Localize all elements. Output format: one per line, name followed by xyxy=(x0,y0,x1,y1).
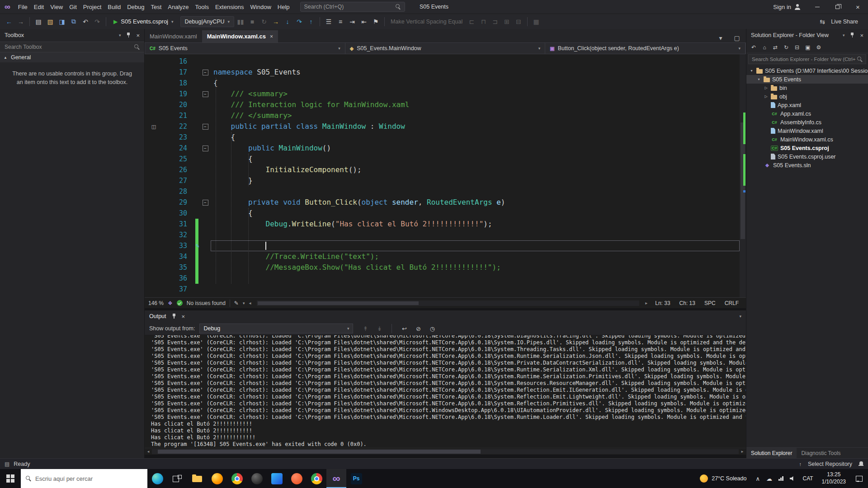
code-line-17[interactable]: 17−namespace S05_Events xyxy=(145,67,740,78)
editor-horizontal-scrollbar[interactable] xyxy=(257,300,639,306)
menu-tools[interactable]: Tools xyxy=(192,2,212,12)
undo-icon[interactable]: ↶ xyxy=(80,16,91,27)
weather-widget[interactable]: 27°C Soleado xyxy=(694,474,752,483)
output-lines[interactable]: 'S05 Events.exe' (CoreCLR: clrhost): Loa… xyxy=(145,335,746,448)
close-icon[interactable]: × xyxy=(182,314,185,319)
code-line-20[interactable]: 20 /// Interaction logic for MainWindow.… xyxy=(145,99,740,110)
fold-collapse-icon[interactable]: − xyxy=(203,200,208,206)
code-line-26[interactable]: 26 InitializeComponent(); xyxy=(145,164,740,175)
menu-test[interactable]: Test xyxy=(147,2,165,12)
language-indicator[interactable]: CAT xyxy=(799,475,817,482)
pin-icon[interactable] xyxy=(172,314,176,319)
back-icon[interactable]: ↶ xyxy=(749,43,758,52)
menu-analyze[interactable]: Analyze xyxy=(165,2,192,12)
visual-studio-icon[interactable]: ∞ xyxy=(326,469,346,488)
menu-project[interactable]: Project xyxy=(80,2,104,12)
indent-icon[interactable]: ⇥ xyxy=(347,16,358,27)
make-horizontal-spacing-equal-icon[interactable]: ⊞ xyxy=(501,16,512,27)
edge-icon[interactable] xyxy=(147,469,167,488)
line-ending-indicator[interactable]: CRLF xyxy=(725,300,739,306)
panel-tab-diagnostic-tools[interactable]: Diagnostic Tools xyxy=(797,448,845,458)
spaces-indicator[interactable]: SPC xyxy=(704,300,716,306)
scroll-left-arrow-icon[interactable]: ◂ xyxy=(145,449,152,454)
quick-search-box[interactable]: Search (Ctrl+Q) xyxy=(300,2,405,12)
column-indicator[interactable]: Ch: 13 xyxy=(679,300,695,306)
minimize-button[interactable] xyxy=(807,0,827,14)
menu-help[interactable]: Help xyxy=(274,2,293,12)
align-rights-icon[interactable]: ⊐ xyxy=(490,16,500,27)
chevron-collapsed-icon[interactable]: ▷ xyxy=(764,94,769,99)
fold-collapse-icon[interactable]: − xyxy=(203,145,208,151)
align-lefts-icon[interactable]: ⊏ xyxy=(466,16,477,27)
scroll-right-arrow-icon[interactable]: ▸ xyxy=(645,300,647,305)
menu-build[interactable]: Build xyxy=(104,2,124,12)
restore-button[interactable] xyxy=(827,0,848,14)
grid-options-icon[interactable]: ▦ xyxy=(531,16,542,27)
menu-file[interactable]: File xyxy=(15,2,31,12)
show-next-statement-icon[interactable]: → xyxy=(270,16,281,27)
code-line-22[interactable]: ◫22− public partial class MainWindow : W… xyxy=(145,121,740,132)
code-line-33[interactable]: 33✎ xyxy=(145,240,740,251)
issues-label[interactable]: No issues found xyxy=(187,300,226,306)
output-panel-header[interactable]: Output × ▾ xyxy=(145,310,746,322)
run-button[interactable]: ▶ S05 Events.csproj ▾ xyxy=(109,16,178,28)
taskbar-search-input[interactable]: Escriu aquí per cercar xyxy=(21,469,147,488)
tree-item-app-xaml[interactable]: App.xaml xyxy=(746,101,868,109)
chevron-down-icon[interactable]: ▾ xyxy=(119,33,121,38)
menu-extensions[interactable]: Extensions xyxy=(212,2,247,12)
live-share-button[interactable]: ⇆ Live Share xyxy=(817,16,864,27)
code-line-24[interactable]: 24− public MainWindow() xyxy=(145,143,740,154)
align-centers-icon[interactable]: ⊓ xyxy=(478,16,489,27)
outdent-icon[interactable]: ⇤ xyxy=(359,16,369,27)
file-explorer-icon[interactable] xyxy=(187,469,207,488)
code-line-37[interactable]: 37 xyxy=(145,284,740,295)
select-repository-button[interactable]: Select Repository xyxy=(808,461,852,467)
scrollbar-thumb[interactable] xyxy=(258,301,418,305)
tree-item-mainwindow-xaml[interactable]: MainWindow.xaml xyxy=(746,127,868,135)
code-line-35[interactable]: 35 //MessageBox.Show("Has clicat el Butó… xyxy=(145,262,740,273)
chrome2-icon[interactable] xyxy=(307,469,326,488)
code-line-32[interactable]: 32 xyxy=(145,230,740,240)
solution-explorer-search-input[interactable]: Search Solution Explorer - Folder View (… xyxy=(748,54,866,64)
uncomment-icon[interactable]: ≡ xyxy=(335,16,346,27)
tree-item-s05-events-csproj-user[interactable]: S05 Events.csproj.user xyxy=(746,152,868,161)
code-cleanup-icon[interactable]: ✎ xyxy=(234,300,239,306)
onedrive-cloud-icon[interactable]: ☁ xyxy=(763,475,775,482)
tree-item-assemblyinfo-cs[interactable]: C#AssemblyInfo.cs xyxy=(746,118,868,127)
task-view-icon[interactable] xyxy=(167,469,187,488)
home-icon[interactable]: ⌂ xyxy=(760,43,769,52)
switch-views-icon[interactable]: ⇄ xyxy=(771,43,780,52)
make-vertical-spacing-equal-icon[interactable]: ⊟ xyxy=(513,16,524,27)
output-tab-label[interactable]: Output xyxy=(149,313,166,319)
volume-icon[interactable] xyxy=(787,476,799,481)
chrome-icon[interactable] xyxy=(227,469,247,488)
scrollbar-thumb[interactable] xyxy=(158,450,481,454)
code-line-36[interactable]: 36 xyxy=(145,273,740,284)
tab-options-icon[interactable]: ▢ xyxy=(731,33,742,43)
clock-widget[interactable]: 13:25 1/10/2023 xyxy=(817,471,850,485)
code-line-31[interactable]: 31 Debug.WriteLine("Has clicat el Butó 2… xyxy=(145,219,740,230)
line-indicator[interactable]: Ln: 33 xyxy=(655,300,670,306)
restart-icon[interactable]: ↻ xyxy=(259,16,269,27)
toolbox-section-general[interactable]: ▲ General xyxy=(0,52,144,62)
refresh-icon[interactable]: ↻ xyxy=(782,43,791,52)
chevron-expanded-icon[interactable]: ▾ xyxy=(749,69,754,73)
breadcrumb-segment-2[interactable]: ▣Button_Click(object sender, RoutedEvent… xyxy=(545,43,745,54)
save-icon[interactable]: ◨ xyxy=(57,16,67,27)
toggle-timestamps-icon[interactable]: ◷ xyxy=(428,324,436,333)
tree-item-mainwindow-xaml-cs[interactable]: C#MainWindow.xaml.cs xyxy=(746,135,868,144)
hidden-icons-chevron-icon[interactable]: ∧ xyxy=(752,475,763,482)
pause-icon[interactable]: ▮▮ xyxy=(235,16,246,27)
scroll-left-arrow-icon[interactable]: ◂ xyxy=(249,300,251,305)
editor-tab-mainwindow-xaml[interactable]: MainWindow.xaml xyxy=(145,30,202,42)
step-out-icon[interactable]: ↑ xyxy=(306,16,316,27)
code-editor[interactable]: 1617−namespace S05_Events18{19− /// <sum… xyxy=(145,54,746,297)
next-message-icon[interactable]: ↡ xyxy=(375,324,383,333)
code-line-25[interactable]: 25 { xyxy=(145,154,740,164)
redo-icon[interactable]: ↷ xyxy=(92,16,103,27)
menu-git[interactable]: Git xyxy=(66,2,80,12)
chevron-collapsed-icon[interactable]: ▷ xyxy=(764,86,769,90)
tree-item-app-xaml-cs[interactable]: C#App.xaml.cs xyxy=(746,109,868,118)
show-all-files-icon[interactable]: ▣ xyxy=(803,43,812,52)
step-into-icon[interactable]: ↓ xyxy=(282,16,293,27)
